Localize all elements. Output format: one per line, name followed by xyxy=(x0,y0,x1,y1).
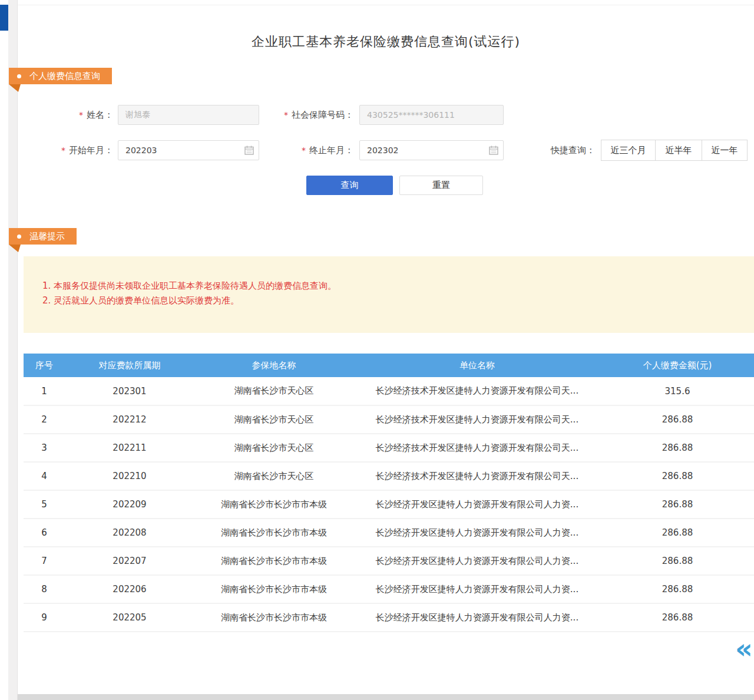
table-cell: 202208 xyxy=(65,519,194,547)
table-cell: 长沙经济技术开发区捷特人力资源开发有限公司天... xyxy=(353,405,601,434)
table-cell: 286.88 xyxy=(601,519,754,547)
table-cell: 长沙经济开发区捷特人力资源开发有限公司人力资... xyxy=(353,490,601,519)
table-header-row: 序号 对应费款所属期 参保地名称 单位名称 个人缴费金额(元) xyxy=(24,354,754,377)
collapsed-sidebar xyxy=(8,0,18,700)
table-cell: 长沙经济技术开发区捷特人力资源开发有限公司天... xyxy=(353,377,601,405)
table-cell: 长沙经济技术开发区捷特人力资源开发有限公司天... xyxy=(353,434,601,462)
table-row: 6202208湖南省长沙市长沙市市本级长沙经济开发区捷特人力资源开发有限公司人力… xyxy=(24,519,754,547)
required-asterisk: * xyxy=(79,110,83,120)
table-cell: 202211 xyxy=(65,434,194,462)
ssn-field-wrap xyxy=(359,105,504,125)
required-asterisk: * xyxy=(61,146,65,155)
table-row: 8202206湖南省长沙市长沙市市本级长沙经济开发区捷特人力资源开发有限公司人力… xyxy=(24,575,754,603)
page-title: 企业职工基本养老保险缴费信息查询(试运行) xyxy=(18,33,754,51)
table-cell: 3 xyxy=(24,434,65,462)
page: 企业职工基本养老保险缴费信息查询(试运行) 个人缴费信息查询 *姓名： *社会保… xyxy=(0,0,754,700)
section-header-label: 个人缴费信息查询 xyxy=(29,68,100,84)
table-cell: 202212 xyxy=(65,405,194,434)
bottom-edge-strip xyxy=(18,694,754,700)
sidebar-tab[interactable] xyxy=(0,5,8,31)
table-cell: 202207 xyxy=(65,547,194,575)
table-cell: 长沙经济开发区捷特人力资源开发有限公司人力资... xyxy=(353,547,601,575)
reset-button[interactable]: 重置 xyxy=(399,176,483,195)
name-input[interactable] xyxy=(118,105,259,125)
table-cell: 315.6 xyxy=(601,377,754,405)
ssn-label: *社会保障号码： xyxy=(253,110,353,121)
table-cell: 湖南省长沙市天心区 xyxy=(194,405,353,434)
table-cell: 286.88 xyxy=(601,462,754,490)
start-month-input[interactable] xyxy=(118,140,259,160)
bullet-icon xyxy=(17,74,21,78)
table-cell: 202210 xyxy=(65,462,194,490)
table-cell: 长沙经济开发区捷特人力资源开发有限公司人力资... xyxy=(353,519,601,547)
table-cell: 286.88 xyxy=(601,434,754,462)
ssn-input[interactable] xyxy=(359,105,504,125)
table-cell: 长沙经济开发区捷特人力资源开发有限公司人力资... xyxy=(353,603,601,632)
table-cell: 6 xyxy=(24,519,65,547)
quick-query-label: 快捷查询： xyxy=(530,145,595,156)
col-header-employer: 单位名称 xyxy=(353,354,601,377)
table-cell: 286.88 xyxy=(601,603,754,632)
col-header-amount: 个人缴费金额(元) xyxy=(601,354,754,377)
table-cell: 长沙经济开发区捷特人力资源开发有限公司人力资... xyxy=(353,575,601,603)
table-cell: 202301 xyxy=(65,377,194,405)
table-cell: 1 xyxy=(24,377,65,405)
table-cell: 286.88 xyxy=(601,547,754,575)
table-body: 1202301湖南省长沙市天心区长沙经济技术开发区捷特人力资源开发有限公司天..… xyxy=(24,377,754,632)
table-cell: 5 xyxy=(24,490,65,519)
table-cell: 286.88 xyxy=(601,490,754,519)
table-row: 2202212湖南省长沙市天心区长沙经济技术开发区捷特人力资源开发有限公司天..… xyxy=(24,405,754,434)
table-cell: 286.88 xyxy=(601,575,754,603)
table-row: 4202210湖南省长沙市天心区长沙经济技术开发区捷特人力资源开发有限公司天..… xyxy=(24,462,754,490)
table-cell: 湖南省长沙市长沙市市本级 xyxy=(194,547,353,575)
table-cell: 湖南省长沙市天心区 xyxy=(194,434,353,462)
table-cell: 4 xyxy=(24,462,65,490)
start-month-field-wrap xyxy=(118,140,259,160)
query-button[interactable]: 查询 xyxy=(306,176,393,195)
col-header-index: 序号 xyxy=(24,354,65,377)
table-cell: 202209 xyxy=(65,490,194,519)
table-cell: 湖南省长沙市长沙市市本级 xyxy=(194,575,353,603)
table-row: 5202209湖南省长沙市长沙市市本级长沙经济开发区捷特人力资源开发有限公司人力… xyxy=(24,490,754,519)
table-cell: 202206 xyxy=(65,575,194,603)
end-month-input[interactable] xyxy=(359,140,504,160)
notice-box: 1. 本服务仅提供尚未领取企业职工基本养老保险待遇人员的缴费信息查询。 2. 灵… xyxy=(24,256,754,333)
table-cell: 7 xyxy=(24,547,65,575)
quick-last-half-year-button[interactable]: 近半年 xyxy=(655,140,702,161)
bullet-icon xyxy=(17,235,21,239)
table-row: 1202301湖南省长沙市天心区长沙经济技术开发区捷特人力资源开发有限公司天..… xyxy=(24,377,754,405)
notice-line: 1. 本服务仅提供尚未领取企业职工基本养老保险待遇人员的缴费信息查询。 xyxy=(42,279,736,293)
table-cell: 286.88 xyxy=(601,405,754,434)
table-cell: 2 xyxy=(24,405,65,434)
col-header-period: 对应费款所属期 xyxy=(65,354,194,377)
table-cell: 长沙经济技术开发区捷特人力资源开发有限公司天... xyxy=(353,462,601,490)
table-cell: 湖南省长沙市天心区 xyxy=(194,462,353,490)
payment-table: 序号 对应费款所属期 参保地名称 单位名称 个人缴费金额(元) 1202301湖… xyxy=(24,354,754,632)
start-month-label: *开始年月： xyxy=(0,145,113,156)
table-row: 9202205湖南省长沙市长沙市市本级长沙经济开发区捷特人力资源开发有限公司人力… xyxy=(24,603,754,632)
table-cell: 9 xyxy=(24,603,65,632)
quick-last-year-button[interactable]: 近一年 xyxy=(702,140,748,161)
end-month-field-wrap xyxy=(359,140,504,160)
required-asterisk: * xyxy=(302,146,306,155)
table-cell: 湖南省长沙市天心区 xyxy=(194,377,353,405)
table-cell: 湖南省长沙市长沙市市本级 xyxy=(194,490,353,519)
name-label: *姓名： xyxy=(0,110,113,121)
collapse-chevron-icon[interactable]: « xyxy=(735,635,750,662)
table-cell: 湖南省长沙市长沙市市本级 xyxy=(194,603,353,632)
table-row: 3202211湖南省长沙市天心区长沙经济技术开发区捷特人力资源开发有限公司天..… xyxy=(24,434,754,462)
section-header-personal-query: 个人缴费信息查询 xyxy=(9,68,112,84)
name-field-wrap xyxy=(118,105,259,125)
section-header-label: 温馨提示 xyxy=(29,228,65,245)
notice-line: 2. 灵活就业人员的缴费单位信息以实际缴费为准。 xyxy=(42,293,736,308)
table-cell: 202205 xyxy=(65,603,194,632)
table-cell: 8 xyxy=(24,575,65,603)
quick-last-3-months-button[interactable]: 近三个月 xyxy=(601,140,656,161)
table-row: 7202207湖南省长沙市长沙市市本级长沙经济开发区捷特人力资源开发有限公司人力… xyxy=(24,547,754,575)
col-header-insured-place: 参保地名称 xyxy=(194,354,353,377)
section-header-tips: 温馨提示 xyxy=(9,228,77,245)
table-cell: 湖南省长沙市长沙市市本级 xyxy=(194,519,353,547)
quick-query-group: 近三个月 近半年 近一年 xyxy=(601,140,748,161)
end-month-label: *终止年月： xyxy=(253,145,353,156)
required-asterisk: * xyxy=(284,110,288,120)
